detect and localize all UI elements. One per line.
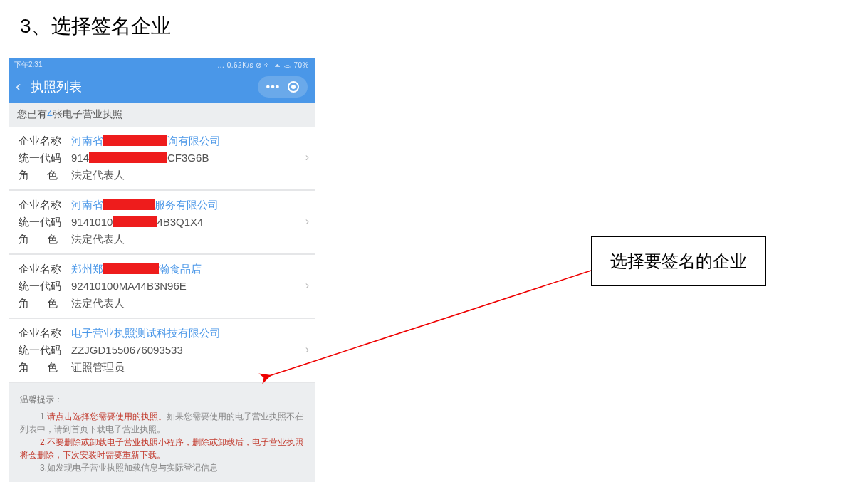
redaction-block bbox=[103, 263, 159, 274]
redaction-block bbox=[103, 199, 155, 210]
chevron-right-icon: › bbox=[305, 343, 309, 356]
back-icon[interactable]: ‹ bbox=[16, 79, 21, 95]
banner-prefix: 您已有 bbox=[17, 108, 47, 120]
company-item[interactable]: 企业名称 郑州郑瀚食品店 统一代码 92410100MA44B3N96E 角 色… bbox=[9, 255, 315, 319]
miniapp-capsule[interactable]: ••• bbox=[258, 76, 308, 98]
more-icon[interactable]: ••• bbox=[266, 81, 281, 93]
company-code: 914CF3G6B bbox=[71, 150, 308, 167]
license-count-banner: 您已有4张电子营业执照 bbox=[9, 103, 315, 127]
label-name: 企业名称 bbox=[19, 197, 71, 214]
status-bar: 下午2:31 ... 0.62K/s ⊘ ᯤ ⏶ ⬭ 70% bbox=[9, 58, 315, 71]
company-name: 河南省服务有限公司 bbox=[71, 197, 308, 214]
label-code: 统一代码 bbox=[19, 278, 71, 295]
label-role: 角 色 bbox=[19, 231, 71, 248]
company-code: 92410100MA44B3N96E bbox=[71, 278, 308, 295]
company-code: 91410104B3Q1X4 bbox=[71, 214, 308, 231]
tips-line-3: 3.如发现电子营业执照加载信息与实际登记信息 bbox=[20, 461, 303, 474]
chevron-right-icon: › bbox=[305, 151, 309, 164]
company-item[interactable]: 企业名称 电子营业执照测试科技有限公司 统一代码 ZZJGD1550676093… bbox=[9, 319, 315, 383]
redaction-block bbox=[89, 152, 167, 163]
label-role: 角 色 bbox=[19, 295, 71, 312]
label-name: 企业名称 bbox=[19, 132, 71, 150]
banner-suffix: 张电子营业执照 bbox=[53, 108, 122, 120]
tips-box: 温馨提示： 1.请点击选择您需要使用的执照。如果您需要使用的电子营业执照不在列表… bbox=[9, 383, 315, 482]
tips-line-1: 1.请点击选择您需要使用的执照。如果您需要使用的电子营业执照不在列表中，请到首页… bbox=[20, 410, 303, 436]
label-name: 企业名称 bbox=[19, 261, 71, 278]
label-code: 统一代码 bbox=[19, 342, 71, 359]
company-name: 电子营业执照测试科技有限公司 bbox=[71, 325, 308, 342]
label-role: 角 色 bbox=[19, 359, 71, 376]
company-role: 法定代表人 bbox=[71, 167, 308, 184]
company-item[interactable]: 企业名称 河南省服务有限公司 统一代码 91410104B3Q1X4 角 色 法… bbox=[9, 191, 315, 255]
page-title: 执照列表 bbox=[31, 78, 258, 95]
phone-screenshot: 下午2:31 ... 0.62K/s ⊘ ᯤ ⏶ ⬭ 70% ‹ 执照列表 ••… bbox=[9, 58, 315, 482]
chevron-right-icon: › bbox=[305, 279, 309, 292]
tips-line-2: 2.不要删除或卸载电子营业执照小程序，删除或卸载后，电子营业执照将会删除，下次安… bbox=[20, 436, 303, 461]
label-role: 角 色 bbox=[19, 167, 71, 184]
company-code: ZZJGD1550676093533 bbox=[71, 342, 308, 359]
redaction-block bbox=[113, 216, 157, 227]
document-heading: 3、选择签名企业 bbox=[0, 0, 868, 40]
label-name: 企业名称 bbox=[19, 325, 71, 342]
status-time: 下午2:31 bbox=[14, 60, 42, 70]
title-bar: ‹ 执照列表 ••• bbox=[9, 71, 315, 103]
banner-count: 4 bbox=[47, 108, 53, 120]
label-code: 统一代码 bbox=[19, 150, 71, 167]
label-code: 统一代码 bbox=[19, 214, 71, 231]
company-role: 法定代表人 bbox=[71, 231, 308, 248]
annotation-callout: 选择要签名的企业 bbox=[591, 236, 766, 286]
company-role: 法定代表人 bbox=[71, 295, 308, 312]
title-actions: ••• bbox=[258, 76, 308, 98]
status-right: ... 0.62K/s ⊘ ᯤ ⏶ ⬭ 70% bbox=[218, 61, 309, 69]
redaction-block bbox=[103, 135, 167, 146]
company-role: 证照管理员 bbox=[71, 359, 308, 376]
svg-line-0 bbox=[269, 271, 591, 376]
close-target-icon[interactable] bbox=[288, 81, 299, 93]
chevron-right-icon: › bbox=[305, 215, 309, 228]
company-name: 郑州郑瀚食品店 bbox=[71, 261, 308, 278]
company-name: 河南省询有限公司 bbox=[71, 132, 308, 150]
tips-title: 温馨提示： bbox=[20, 393, 303, 406]
company-item[interactable]: 企业名称 河南省询有限公司 统一代码 914CF3G6B 角 色 法定代表人 › bbox=[9, 127, 315, 191]
